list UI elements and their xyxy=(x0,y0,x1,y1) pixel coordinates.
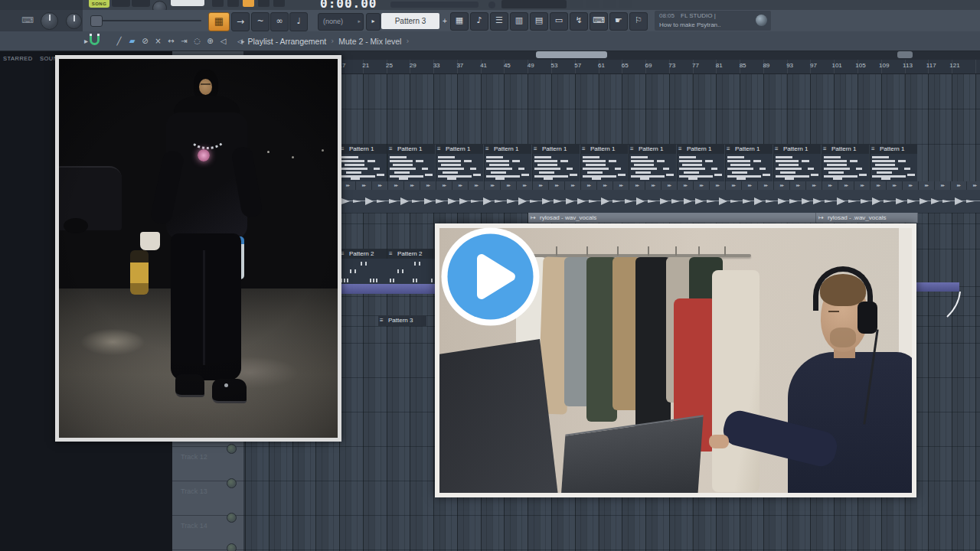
track-mute-led[interactable] xyxy=(227,478,237,488)
fl-menu-button[interactable]: ▦ xyxy=(208,12,230,31)
project-picker-button[interactable]: ▭ xyxy=(550,12,568,31)
toolbar-top-button[interactable] xyxy=(603,0,616,8)
pattern-prev-button[interactable]: ▸ xyxy=(366,13,381,31)
playlist-subtitle[interactable]: Mute 2 - Mix level xyxy=(338,37,401,46)
select-tool[interactable]: ◌ xyxy=(191,35,203,47)
mini-clip[interactable]: ▸▸ xyxy=(420,181,436,190)
mini-clip[interactable]: ▸▸ xyxy=(484,181,500,190)
mini-clip[interactable]: ▸▸ xyxy=(371,181,387,190)
mini-clip[interactable]: ▸▸ xyxy=(612,181,629,190)
song-mode-button[interactable]: SONG xyxy=(89,0,109,8)
automation-clip[interactable] xyxy=(339,284,436,294)
scrollbar-end-button[interactable] xyxy=(897,51,913,58)
paint-tool[interactable]: ▰ xyxy=(126,35,138,47)
volume-slider-handle[interactable] xyxy=(90,15,103,27)
marker-button[interactable]: ⚐ xyxy=(629,12,648,31)
toolbar-top-button[interactable] xyxy=(570,0,583,8)
slip-tool[interactable]: ↔ xyxy=(165,35,177,47)
mini-clip[interactable]: ▸▸ xyxy=(870,181,886,190)
browser-tab-starred[interactable]: STARRED xyxy=(3,55,33,62)
mini-clip[interactable]: ▸▸ xyxy=(387,181,403,190)
track-mute-led[interactable] xyxy=(227,513,237,523)
mini-clip[interactable]: ▸▸ xyxy=(516,181,532,190)
mini-clip[interactable]: ▸▸ xyxy=(886,181,902,190)
forward-arrow-button[interactable]: → xyxy=(231,12,250,31)
mini-clip[interactable]: ▸▸ xyxy=(693,181,709,190)
mini-clip[interactable]: ▸▸ xyxy=(403,181,420,190)
mini-clip[interactable]: ▸▸ xyxy=(725,181,741,190)
pattern-clip[interactable]: ≡Pattern 1 xyxy=(629,144,676,181)
mini-clip[interactable]: ▸▸ xyxy=(822,181,838,190)
mini-clip[interactable]: ▸▸ xyxy=(661,181,677,190)
pattern-clip-header[interactable]: ≡Pattern 3 xyxy=(378,315,426,326)
mini-clip[interactable]: ▸▸ xyxy=(934,181,950,190)
master-pitch-knob[interactable] xyxy=(41,12,58,30)
playlist-speaker-icon[interactable]: ◁▸ xyxy=(237,37,243,45)
mini-clip[interactable]: ▸▸ xyxy=(355,181,371,190)
audio-clip-header[interactable]: ↦rylosad - wav_vocals xyxy=(528,213,816,223)
tempo-display[interactable] xyxy=(171,0,204,6)
channel-rack-button[interactable]: ☰ xyxy=(490,12,508,31)
mini-clip[interactable]: ▸▸ xyxy=(677,181,693,190)
mini-clip[interactable]: ▸▸ xyxy=(564,181,580,190)
mini-clip[interactable]: ▸▸ xyxy=(436,181,452,190)
pattern-clip[interactable]: ≡Pattern 1 xyxy=(436,144,483,181)
toolbar-top-button[interactable] xyxy=(619,0,632,8)
pattern-picker-dropdown[interactable]: (none) ▸ xyxy=(318,13,364,31)
mute-tool[interactable]: × xyxy=(152,35,164,47)
touch-controller-button[interactable]: ☛ xyxy=(609,12,628,31)
mini-clip[interactable]: ▸▸ xyxy=(596,181,612,190)
transport-aux-button[interactable] xyxy=(273,0,285,7)
delete-tool[interactable]: ⊘ xyxy=(139,35,151,47)
browser-button[interactable]: ▤ xyxy=(530,12,548,31)
transport-aux-button[interactable] xyxy=(227,0,239,7)
pattern-selector[interactable]: Pattern 3 xyxy=(381,13,439,29)
mini-clip[interactable]: ▸▸ xyxy=(902,181,918,190)
pattern-clip[interactable]: ≡Pattern 1 xyxy=(870,144,917,181)
pattern-add-button[interactable]: + xyxy=(441,13,449,29)
touch-keyboard-button[interactable]: ⌨ xyxy=(590,12,608,31)
mini-clip[interactable]: ▸▸ xyxy=(339,181,355,190)
mini-clip[interactable]: ▸▸ xyxy=(854,181,870,190)
pattern-clip-header[interactable]: ≡Pattern 2 xyxy=(339,249,387,259)
draw-tool[interactable]: ╱ xyxy=(113,35,125,47)
mini-clip[interactable]: ▸▸ xyxy=(773,181,789,190)
toolbar-top-button[interactable] xyxy=(586,0,599,8)
video-play-button[interactable] xyxy=(440,227,541,327)
pattern-clip[interactable]: ≡Pattern 1 xyxy=(725,144,773,181)
pattern-clip[interactable]: ≡Pattern 1 xyxy=(822,144,869,181)
pattern-clip[interactable]: ≡Pattern 1 xyxy=(677,144,724,181)
track-mute-led[interactable] xyxy=(227,444,237,454)
mini-clip[interactable]: ▸▸ xyxy=(757,181,773,190)
play-transport-button[interactable] xyxy=(112,0,130,7)
playlist-options-arrow[interactable]: ▸ xyxy=(80,35,92,47)
mini-clip[interactable]: ▸▸ xyxy=(789,181,805,190)
playlist-button[interactable]: ▦ xyxy=(450,12,469,31)
track-mute-led[interactable] xyxy=(227,543,237,551)
pattern-clip[interactable]: ≡Pattern 1 xyxy=(773,144,821,181)
mini-clip[interactable]: ▸▸ xyxy=(950,181,966,190)
controller-link-button[interactable]: ∞ xyxy=(270,12,289,31)
piano-roll-button[interactable]: ♪ xyxy=(470,12,488,31)
mini-clip[interactable]: ▸▸ xyxy=(918,181,934,190)
mini-clip[interactable]: ▸▸ xyxy=(966,181,980,190)
mini-clip[interactable]: ▸▸ xyxy=(500,181,516,190)
pattern-clip[interactable]: ≡Pattern 1 xyxy=(484,144,531,181)
mini-clip[interactable]: ▸▸ xyxy=(468,181,484,190)
transport-aux-button[interactable] xyxy=(212,0,224,7)
mini-clip[interactable]: ▸▸ xyxy=(629,181,645,190)
pattern-clip[interactable]: ≡Pattern 1 xyxy=(387,144,435,181)
slice-tool[interactable]: ⇥ xyxy=(178,35,190,47)
stop-transport-button[interactable] xyxy=(132,0,150,7)
mini-clip[interactable]: ▸▸ xyxy=(838,181,854,190)
transport-aux-button[interactable] xyxy=(258,0,270,7)
plugin-database-button[interactable]: ↯ xyxy=(570,12,588,31)
pattern-clip[interactable]: ≡Pattern 1 xyxy=(339,144,387,181)
mini-clip[interactable]: ▸▸ xyxy=(580,181,596,190)
audio-clip-header[interactable]: ↦rylosad - .wav_vocals xyxy=(816,213,918,223)
mini-clip[interactable]: ▸▸ xyxy=(709,181,725,190)
mini-clip[interactable]: ▸▸ xyxy=(805,181,822,190)
mini-clip[interactable]: ▸▸ xyxy=(532,181,548,190)
zoom-tool[interactable]: ⊕ xyxy=(204,35,216,47)
h-scrollbar-thumb[interactable] xyxy=(536,51,607,58)
